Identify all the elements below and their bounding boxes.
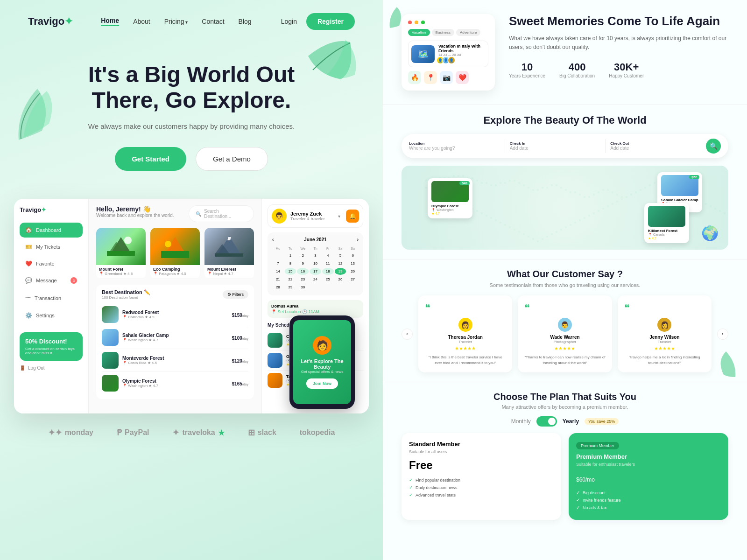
svg-rect-87 (546, 236, 548, 238)
svg-rect-38 (551, 184, 553, 186)
svg-rect-82 (523, 233, 525, 235)
card-dots (408, 21, 488, 24)
toggle-monthly[interactable]: Monthly (511, 418, 531, 425)
toggle-switch[interactable] (536, 416, 557, 427)
sidebar-item-transaction[interactable]: 〜 Transaction (20, 290, 83, 306)
svg-rect-5 (161, 251, 189, 258)
register-button[interactable]: Register (306, 13, 355, 30)
toggle-yearly[interactable]: Yearly (563, 418, 579, 425)
memories-section: Vacation Business Adventure 🗺️ Vacation … (383, 0, 747, 105)
sidebar-logout[interactable]: 🚪 Log Out (20, 365, 83, 371)
cal-prev[interactable]: ‹ (272, 237, 274, 242)
svg-rect-41 (565, 189, 567, 191)
table-row: Sahale Glacier Camp 📍 Washington ★ 4.7 $… (102, 326, 248, 349)
user-info: Jeremy Zuck Traveler & traveler (290, 211, 325, 221)
svg-rect-50 (607, 189, 609, 191)
user-chevron[interactable]: ▾ (338, 214, 340, 219)
carousel-prev[interactable]: ‹ (402, 329, 413, 340)
standard-plan-name: Standard Member (409, 441, 554, 448)
tab-vacation[interactable]: Vacation (408, 29, 430, 36)
login-button[interactable]: Login (281, 18, 297, 25)
svg-rect-18 (458, 175, 459, 177)
memories-title: Sweet Memories Come To Life Again (509, 14, 728, 28)
premium-plan-name: Premium Member (576, 453, 721, 460)
carousel-next[interactable]: › (717, 329, 728, 340)
svg-rect-2 (107, 251, 135, 256)
tab-adventure[interactable]: Adventure (456, 29, 480, 36)
svg-rect-110 (654, 182, 655, 184)
hero-title: It's a Big World Out There, Go Explore. (37, 62, 345, 113)
nav-blog[interactable]: Blog (239, 18, 252, 25)
svg-rect-51 (612, 191, 613, 193)
map-pin-stars-kitikmeot: ★ 4.2 (648, 237, 685, 240)
nav-about[interactable]: About (133, 18, 150, 25)
table-row: Redwood Forest 📍 California ★ 4.9 $150/d… (102, 303, 248, 326)
svg-rect-100 (607, 205, 609, 207)
map-pin-price-olympic: $43 (459, 181, 470, 185)
svg-rect-108 (644, 187, 646, 189)
svg-rect-27 (500, 182, 501, 184)
get-demo-button[interactable]: Get a Demo (196, 147, 268, 171)
dest-price-3: $165/day (232, 379, 248, 387)
nav-links: Home About Pricing Contact Blog (101, 17, 281, 26)
explore-title: Explore The Beauty Of The World (402, 114, 728, 126)
calendar-widget: ‹ June 2021 › Mo Tu We Th Fr Sa Su 1 2 3 (268, 232, 363, 295)
search-placeholder: Search Destination... (204, 209, 247, 219)
standard-plan-sub: Suitable for all users (409, 449, 554, 454)
svg-rect-90 (560, 229, 562, 231)
dashboard-header: Hello, Jeremy! 👋 Welcome back and explor… (96, 205, 254, 222)
stat-label-experience: Years Experience (509, 73, 545, 78)
dot-green (421, 21, 425, 24)
svg-rect-52 (616, 194, 618, 196)
phone-join-button[interactable]: Join Now (306, 378, 338, 389)
map-pin-name-olympic: Olympic Forest (431, 204, 469, 208)
svg-rect-24 (486, 182, 487, 184)
nav-pricing[interactable]: Pricing (164, 18, 188, 25)
filter-button[interactable]: ⚙ Filters (223, 290, 248, 299)
card-icon-fire: 🔥 (408, 71, 421, 84)
standard-feature-2: ✓ Advanced travel stats (409, 492, 554, 497)
map-pin-kitikmeot: Kitikmeot Forest 📍 Canada ★ 4.2 (644, 203, 689, 243)
premium-check-0: ✓ (576, 490, 580, 495)
svg-rect-99 (602, 208, 604, 210)
sidebar-item-message[interactable]: 💬 Message 3 (20, 273, 83, 288)
partner-slack: ⊞ slack (248, 427, 276, 438)
greeting-title: Hello, Jeremy! 👋 (96, 205, 174, 213)
checkin-label: Check In (510, 141, 601, 146)
cal-next[interactable]: › (357, 237, 359, 242)
explore-search-bar: Location Where are you going? Check In A… (402, 134, 728, 158)
partner-traveloka: ✦ traveloka★ (172, 427, 224, 438)
sidebar-item-settings[interactable]: ⚙️ Settings (20, 308, 83, 323)
svg-rect-102 (616, 201, 618, 203)
dest-name-list-0: Redwood Forest (122, 310, 228, 315)
test-avatar-1: 👨 (558, 318, 572, 332)
dest-card-2[interactable]: Mount Everest 📍 Nepal ★ 4.7 (204, 228, 254, 279)
dashboard-greeting: Hello, Jeremy! 👋 Welcome back and explor… (96, 205, 174, 218)
nav-contact[interactable]: Contact (202, 18, 224, 25)
testimonials-title: What Our Customer Say ? (402, 269, 728, 280)
notification-icon[interactable]: 🔔 (346, 210, 359, 223)
sidebar-item-tickets[interactable]: 🎫 My Tickets (20, 239, 83, 254)
dest-card-0[interactable]: Mount Fore! 📍 Greenland ★ 4.8 (96, 228, 146, 279)
check-icon-2: ✓ (409, 492, 413, 497)
phone-sub: Get special offers & news (301, 370, 344, 374)
quote-icon-2: ❝ (624, 302, 705, 314)
dest-loc-list-0: 📍 California ★ 4.9 (122, 315, 228, 319)
card-icon-camera: 📷 (440, 71, 453, 84)
sidebar-item-dashboard[interactable]: 🏠 Dashboard (20, 223, 83, 238)
dest-info-0: Redwood Forest 📍 California ★ 4.9 (122, 310, 228, 319)
dest-card-1[interactable]: Eco Camping 📍 Patagonia ★ 4.5 (150, 228, 200, 279)
nav-home[interactable]: Home (101, 17, 119, 26)
get-started-button[interactable]: Get Started (115, 147, 186, 171)
premium-feature-0: ✓ Big discount (576, 490, 721, 495)
dashboard-search[interactable]: 🔍 Search Destination... (189, 205, 254, 222)
sidebar-item-favorite[interactable]: ❤️ Favorite (20, 256, 83, 271)
explore-field-checkin: Check In Add date (510, 141, 601, 151)
explore-section: Explore The Beauty Of The World Location… (383, 105, 747, 259)
partners-section: ✦✦ monday Ᵽ PayPal ✦ traveloka★ ⊞ slack … (0, 413, 383, 452)
tab-business[interactable]: Business (432, 29, 454, 36)
test-role-2: Traveler (624, 340, 705, 344)
explore-search-button[interactable]: 🔍 (706, 139, 721, 154)
svg-rect-80 (514, 229, 515, 231)
calendar-header: ‹ June 2021 › (272, 237, 359, 242)
